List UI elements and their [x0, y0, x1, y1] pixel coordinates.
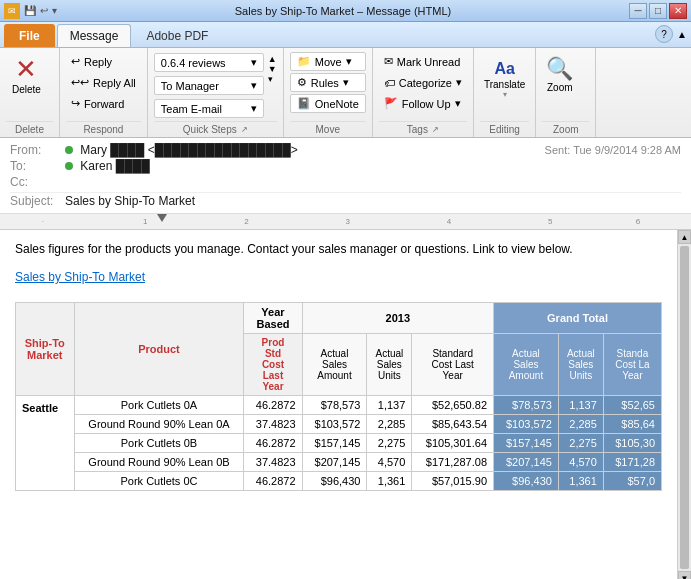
quicksteps-content: 0.6.4 reviews ▾ To Manager ▾ Team E-mail… — [154, 52, 277, 119]
close-button[interactable]: ✕ — [669, 3, 687, 19]
zoom-button[interactable]: 🔍 Zoom — [542, 52, 577, 97]
categorize-button[interactable]: 🏷 Categorize ▾ — [379, 73, 467, 92]
reply-button[interactable]: ↩ Reply — [66, 52, 141, 71]
ruler-mark-3: 3 — [346, 217, 350, 226]
email-link[interactable]: Sales by Ship-To Market — [15, 270, 145, 284]
quicksteps-expand[interactable]: ▾ — [268, 74, 277, 84]
help-button[interactable]: ? — [655, 25, 673, 43]
onenote-button[interactable]: 📓 OneNote — [290, 94, 366, 113]
quicksteps-dialog[interactable]: ↗ — [241, 125, 248, 134]
g-actual-sales-2: $157,145 — [494, 434, 559, 453]
actual-sales-2: $157,145 — [302, 434, 367, 453]
respond-buttons: ↩ Reply ↩↩ Reply All ↪ Forward — [66, 52, 141, 113]
window-title: Sales by Ship-To Market – Message (HTML) — [57, 5, 629, 17]
scroll-down-button[interactable]: ▼ — [678, 571, 691, 579]
g-actual-units-1: 2,285 — [558, 415, 603, 434]
ruler-mark-6: 6 — [636, 217, 640, 226]
reply-icon: ↩ — [71, 55, 80, 68]
ruler-mark-1: 1 — [143, 217, 147, 226]
app-icon: ✉ — [4, 3, 20, 19]
g-actual-sales-3: $207,145 — [494, 453, 559, 472]
respond-group-label: Respond — [66, 121, 141, 135]
scroll-thumb[interactable] — [680, 246, 689, 569]
actual-sales-3: $207,145 — [302, 453, 367, 472]
ribbon-group-quicksteps: 0.6.4 reviews ▾ To Manager ▾ Team E-mail… — [148, 48, 284, 137]
minimize-button[interactable]: ─ — [629, 3, 647, 19]
reply-all-button[interactable]: ↩↩ Reply All — [66, 73, 141, 92]
rules-label: Rules — [311, 77, 339, 89]
cc-row: Cc: — [10, 174, 681, 190]
move-label: Move — [315, 56, 342, 68]
ribbon-collapse-button[interactable]: ▲ — [677, 29, 687, 40]
mark-unread-button[interactable]: ✉ Mark Unread — [379, 52, 467, 71]
title-bar-left: ✉ 💾 ↩ ▾ — [4, 3, 57, 19]
ruler: · 1 2 3 4 5 6 — [0, 214, 691, 230]
tab-file[interactable]: File — [4, 24, 55, 47]
prod-std-3: 37.4823 — [244, 453, 302, 472]
move-arrow: ▾ — [346, 55, 352, 68]
subject-label: Subject: — [10, 194, 65, 208]
product-3: Ground Round 90% Lean 0B — [74, 453, 244, 472]
ruler-content: · 1 2 3 4 5 6 — [8, 214, 683, 229]
quickstep-reviews[interactable]: 0.6.4 reviews ▾ — [154, 53, 264, 72]
quicksteps-list: 0.6.4 reviews ▾ To Manager ▾ Team E-mail… — [154, 52, 264, 119]
quickstep-email[interactable]: Team E-mail ▾ — [154, 99, 264, 118]
from-row: From: Mary ████ <████████████████> Sent:… — [10, 142, 681, 158]
quick-access-save[interactable]: 💾 — [24, 5, 36, 16]
editing-group-label: Editing — [480, 121, 529, 135]
forward-label: Forward — [84, 98, 124, 110]
email-body: Sales figures for the products you manag… — [0, 230, 677, 579]
tags-dialog[interactable]: ↗ — [432, 125, 439, 134]
quicksteps-down[interactable]: ▼ — [268, 64, 277, 74]
quick-access-undo[interactable]: ↩ — [40, 5, 48, 16]
sub-g-actual-units: ActualSalesUnits — [558, 334, 603, 396]
col-grand-total: Grand Total — [494, 303, 662, 334]
sent-info: Sent: Tue 9/9/2014 9:28 AM — [545, 144, 681, 156]
window-controls: ─ □ ✕ — [629, 3, 687, 19]
table-row: Ground Round 90% Lean 0B 37.4823 $207,14… — [16, 453, 662, 472]
forward-button[interactable]: ↪ Forward — [66, 94, 141, 113]
actual-sales-1: $103,572 — [302, 415, 367, 434]
from-status-dot — [65, 146, 73, 154]
ribbon-help: ? ▲ — [655, 25, 687, 47]
tab-adobe-pdf[interactable]: Adobe PDF — [133, 24, 221, 47]
rules-button[interactable]: ⚙ Rules ▾ — [290, 73, 366, 92]
product-4: Pork Cutlets 0C — [74, 472, 244, 491]
table-row: Ground Round 90% Lean 0A 37.4823 $103,57… — [16, 415, 662, 434]
onenote-icon: 📓 — [297, 97, 311, 110]
move-icon: 📁 — [297, 55, 311, 68]
tags-group-label: Tags ↗ — [379, 121, 467, 135]
translate-label: Translate — [484, 79, 525, 90]
follow-up-button[interactable]: 🚩 Follow Up ▾ — [379, 94, 467, 113]
std-cost-0: $52,650.82 — [412, 396, 494, 415]
sent-label: Sent: — [545, 144, 571, 156]
vertical-scrollbar: ▲ ▼ — [677, 230, 691, 579]
indent-marker[interactable] — [157, 214, 167, 222]
prod-std-4: 46.2872 — [244, 472, 302, 491]
rules-icon: ⚙ — [297, 76, 307, 89]
translate-button[interactable]: Aa Translate ▾ — [480, 52, 529, 103]
scroll-up-button[interactable]: ▲ — [678, 230, 691, 244]
ribbon-group-delete: ✕ Delete Delete — [0, 48, 60, 137]
actual-units-2: 2,275 — [367, 434, 412, 453]
ruler-mark-5: 5 — [548, 217, 552, 226]
respond-group-content: ↩ Reply ↩↩ Reply All ↪ Forward — [66, 52, 141, 119]
ribbon-group-tags: ✉ Mark Unread 🏷 Categorize ▾ 🚩 Follow Up… — [373, 48, 474, 137]
quickstep-manager[interactable]: To Manager ▾ — [154, 76, 264, 95]
prod-std-1: 37.4823 — [244, 415, 302, 434]
maximize-button[interactable]: □ — [649, 3, 667, 19]
move-button[interactable]: 📁 Move ▾ — [290, 52, 366, 71]
quickstep-email-label: Team E-mail — [161, 103, 222, 115]
tab-message[interactable]: Message — [57, 24, 132, 47]
prod-std-0: 46.2872 — [244, 396, 302, 415]
sub-actual-units: ActualSalesUnits — [367, 334, 412, 396]
delete-button[interactable]: ✕ Delete — [6, 52, 47, 99]
translate-icon: Aa — [494, 56, 514, 79]
cc-label: Cc: — [10, 175, 65, 189]
quickstep-email-arrow: ▾ — [251, 102, 257, 115]
translate-arrow: ▾ — [503, 90, 507, 99]
sent-value: Tue 9/9/2014 9:28 AM — [573, 144, 681, 156]
actual-sales-4: $96,430 — [302, 472, 367, 491]
from-value: Mary ████ <████████████████> — [65, 143, 545, 157]
quicksteps-up[interactable]: ▲ — [268, 54, 277, 64]
